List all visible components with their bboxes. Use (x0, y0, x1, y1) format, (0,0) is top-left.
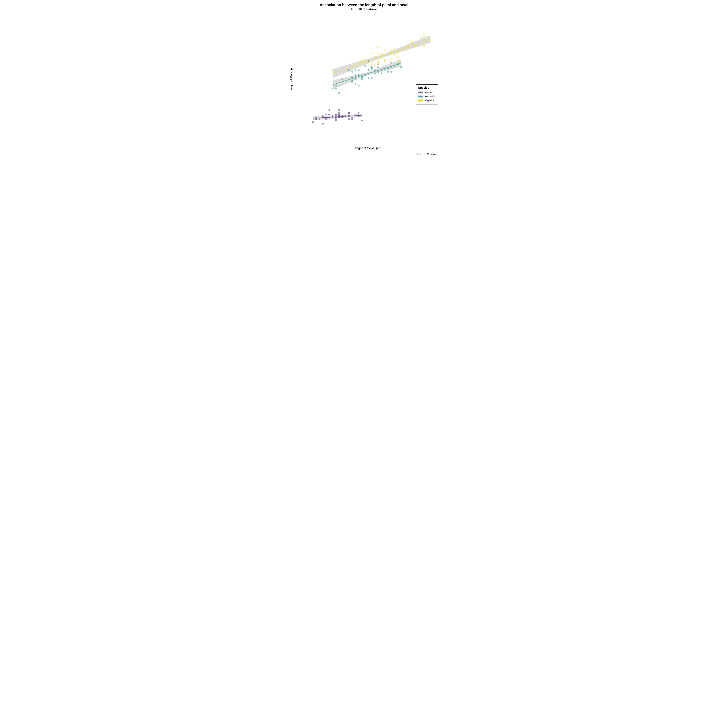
point-versicolor (341, 78, 343, 80)
point-virginica (390, 51, 392, 53)
point-versicolor (367, 69, 369, 71)
plot-panel: 45678 02468 (300, 14, 435, 142)
legend: Species setosaversicolorvirginica (416, 84, 438, 105)
point-virginica (378, 62, 379, 63)
point-virginica (404, 48, 405, 50)
point-virginica (332, 69, 333, 71)
point-versicolor (381, 69, 382, 71)
point-versicolor (338, 92, 340, 94)
point-virginica (394, 54, 395, 56)
legend-item-versicolor: versicolor (418, 95, 436, 98)
legend-label-setosa: setosa (425, 91, 432, 94)
point-virginica (407, 46, 408, 48)
point-setosa (328, 113, 330, 115)
point-versicolor (355, 69, 356, 71)
point-versicolor (397, 63, 399, 65)
point-versicolor (361, 77, 363, 79)
point-virginica (407, 49, 408, 51)
chart-caption: From IRIS dataset (417, 153, 438, 156)
chart-title-block: Association between the length of petal … (285, 3, 443, 11)
point-setosa (358, 115, 359, 117)
point-virginica (355, 63, 356, 65)
point-versicolor (387, 71, 389, 73)
point-versicolor (400, 66, 402, 68)
legend-label-versicolor: versicolor (425, 95, 436, 98)
point-versicolor (384, 68, 385, 70)
point-virginica (397, 60, 399, 62)
point-setosa (328, 117, 330, 118)
point-versicolor (364, 74, 366, 76)
point-setosa (358, 112, 359, 114)
point-setosa (328, 109, 330, 111)
point-versicolor (355, 74, 356, 76)
point-versicolor (358, 69, 359, 71)
point-versicolor (378, 66, 379, 68)
point-virginica (381, 54, 382, 56)
point-virginica (384, 59, 385, 60)
point-setosa (335, 113, 336, 115)
point-virginica (358, 62, 359, 63)
point-versicolor (355, 83, 356, 85)
point-setosa (348, 112, 350, 114)
point-versicolor (374, 69, 376, 71)
point-versicolor (351, 77, 353, 79)
point-versicolor (371, 77, 373, 79)
legend-key-setosa (418, 90, 423, 94)
point-versicolor (348, 69, 350, 71)
point-setosa (332, 117, 333, 118)
y-axis-label: Lenght of Petal (cm) (289, 63, 293, 92)
point-virginica (378, 46, 379, 48)
point-versicolor (390, 62, 392, 63)
point-virginica (361, 60, 363, 62)
point-virginica (364, 60, 366, 62)
point-setosa (345, 115, 347, 117)
point-versicolor (332, 88, 333, 89)
point-virginica (423, 36, 425, 38)
point-setosa (315, 118, 317, 120)
legend-item-setosa: setosa (418, 90, 436, 94)
point-setosa (351, 118, 353, 120)
point-virginica (420, 37, 422, 39)
point-versicolor (358, 75, 359, 77)
point-setosa (348, 118, 350, 120)
point-versicolor (335, 84, 336, 86)
point-virginica (397, 51, 399, 53)
point-virginica (390, 59, 392, 60)
legend-title: Species (418, 86, 436, 89)
chart-root: Association between the length of petal … (285, 0, 443, 157)
point-virginica (384, 54, 385, 56)
point-versicolor (355, 78, 356, 80)
x-axis-label: Lenght of Sepal (cm) (353, 146, 382, 150)
point-virginica (367, 65, 369, 67)
point-virginica (371, 52, 373, 54)
legend-key-virginica (418, 99, 423, 102)
point-virginica (397, 56, 399, 57)
point-setosa (325, 113, 327, 115)
legend-label-virginica: virginica (425, 99, 434, 102)
point-virginica (410, 42, 412, 44)
point-versicolor (351, 81, 353, 83)
point-versicolor (381, 72, 382, 74)
point-virginica (413, 45, 415, 47)
point-versicolor (394, 65, 395, 67)
point-virginica (374, 56, 376, 57)
point-versicolor (335, 88, 336, 89)
point-setosa (338, 113, 340, 115)
point-setosa (335, 117, 336, 118)
point-versicolor (364, 65, 366, 67)
point-virginica (367, 62, 369, 63)
point-versicolor (378, 71, 379, 73)
point-virginica (384, 49, 385, 51)
point-versicolor (387, 68, 389, 70)
point-setosa (348, 115, 350, 117)
point-setosa (361, 120, 363, 121)
point-virginica (423, 33, 425, 35)
chart-subtitle: From IRIS dataset (285, 8, 443, 11)
point-setosa (322, 117, 324, 118)
point-setosa (338, 109, 340, 111)
point-virginica (378, 52, 379, 54)
point-virginica (394, 48, 395, 50)
point-setosa (322, 123, 324, 124)
point-setosa (325, 118, 327, 120)
point-virginica (371, 63, 373, 65)
